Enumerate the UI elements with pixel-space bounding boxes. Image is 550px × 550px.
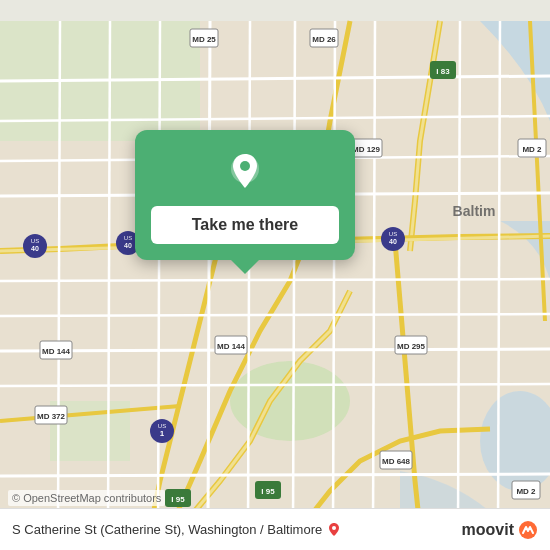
svg-text:US: US	[389, 231, 397, 237]
svg-text:US: US	[124, 235, 132, 241]
svg-text:I 95: I 95	[261, 487, 275, 496]
address-text: S Catherine St (Catherine St), Washingto…	[12, 522, 342, 538]
svg-text:MD 2: MD 2	[516, 487, 536, 496]
svg-text:40: 40	[124, 242, 132, 249]
svg-text:40: 40	[389, 238, 397, 245]
svg-point-66	[332, 526, 336, 530]
svg-text:MD 25: MD 25	[192, 35, 216, 44]
svg-line-13	[0, 474, 550, 476]
svg-line-11	[0, 349, 550, 351]
svg-text:MD 372: MD 372	[37, 412, 66, 421]
moovit-logo: moovit	[462, 520, 538, 540]
svg-text:I 95: I 95	[171, 495, 185, 504]
svg-text:I 83: I 83	[436, 67, 450, 76]
svg-text:Baltim: Baltim	[453, 203, 496, 219]
svg-text:MD 26: MD 26	[312, 35, 336, 44]
svg-text:US: US	[31, 238, 39, 244]
svg-line-18	[208, 21, 210, 529]
svg-text:1: 1	[160, 429, 165, 438]
info-bar: S Catherine St (Catherine St), Washingto…	[0, 508, 550, 550]
moovit-logo-icon	[518, 520, 538, 540]
map-container: MD 25 MD 26 I 83 MD 129 MD 2 US 40 US 40	[0, 0, 550, 550]
svg-text:MD 2: MD 2	[522, 145, 542, 154]
pin-small-icon	[326, 522, 342, 538]
take-me-there-button[interactable]: Take me there	[151, 206, 339, 244]
svg-text:MD 129: MD 129	[352, 145, 381, 154]
svg-point-65	[240, 161, 250, 171]
svg-text:MD 295: MD 295	[397, 342, 426, 351]
svg-text:MD 648: MD 648	[382, 457, 411, 466]
location-pin-icon	[223, 150, 267, 194]
popup-card: Take me there	[135, 130, 355, 260]
osm-attribution: © OpenStreetMap contributors	[8, 490, 165, 506]
svg-text:40: 40	[31, 245, 39, 252]
svg-text:MD 144: MD 144	[217, 342, 246, 351]
road-layer: MD 25 MD 26 I 83 MD 129 MD 2 US 40 US 40	[0, 0, 550, 550]
svg-text:MD 144: MD 144	[42, 347, 71, 356]
